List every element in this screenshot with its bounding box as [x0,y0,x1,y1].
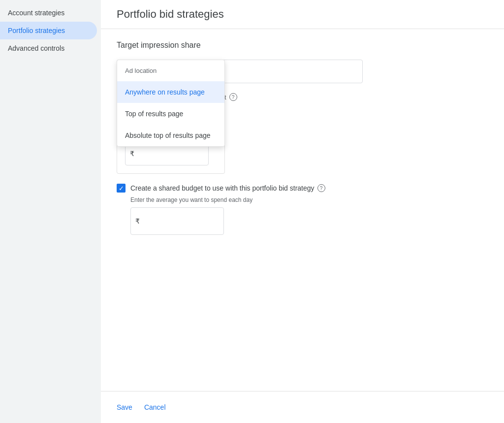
cancel-button[interactable]: Cancel [144,399,166,415]
dropdown-item-anywhere[interactable]: Anywhere on results page [117,81,224,103]
page-title: Portfolio bid strategies [117,8,488,21]
shared-budget-label: Create a shared budget to use with this … [130,184,325,192]
shared-budget-checkbox-row: ✓ Create a shared budget to use with thi… [117,184,488,193]
save-button[interactable]: Save [117,399,132,415]
max-bid-currency-symbol: ₹ [130,150,134,158]
shared-budget-checkbox[interactable]: ✓ [117,184,126,193]
dropdown-item-absolute-top[interactable]: Absolute top of results page [117,125,224,146]
daily-budget-input-wrapper: ₹ [130,207,224,235]
sidebar-item-advanced-controls[interactable]: Advanced controls [0,39,97,57]
ad-location-dropdown-container: Ad location Anywhere on results page Top… [117,60,363,83]
sidebar: Account strategies Portfolio strategies … [0,0,101,423]
daily-budget-helper-text: Enter the average you want to spend each… [130,196,488,203]
sidebar-item-label: Portfolio strategies [8,27,65,34]
sidebar-item-label: Account strategies [8,9,64,17]
shared-budget-help-icon[interactable]: ? [317,184,325,192]
main-footer: Save Cancel [101,391,504,423]
shared-budget-group: ✓ Create a shared budget to use with thi… [117,184,488,235]
main-panel: Portfolio bid strategies Target impressi… [101,0,504,423]
section-title: Target impression share [117,41,488,50]
ad-location-group: Ad location Anywhere on results page Top… [117,60,488,83]
dropdown-header: Ad location [117,60,224,81]
dropdown-item-top[interactable]: Top of results page [117,103,224,125]
ad-location-dropdown-menu: Ad location Anywhere on results page Top… [117,60,225,147]
checkmark-icon: ✓ [119,185,124,192]
main-content: Target impression share Ad location Anyw… [101,29,504,257]
main-header: Portfolio bid strategies [101,0,504,29]
daily-budget-currency-symbol: ₹ [135,217,140,225]
percent-help-icon[interactable]: ? [229,93,237,101]
daily-budget-input[interactable] [130,207,224,235]
sidebar-item-portfolio-strategies[interactable]: Portfolio strategies [0,22,97,39]
sidebar-item-account-strategies[interactable]: Account strategies [0,4,97,22]
sidebar-item-label: Advanced controls [8,44,64,52]
